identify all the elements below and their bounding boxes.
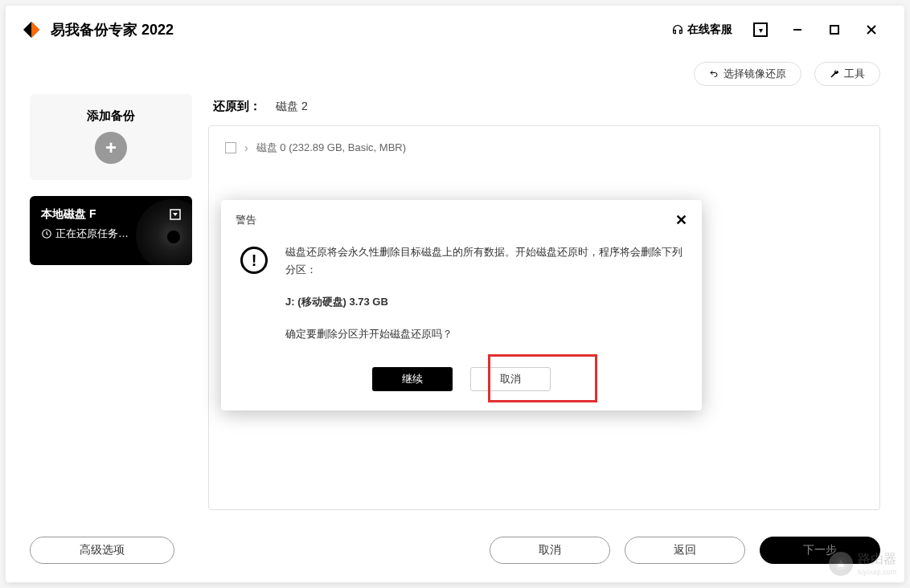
- app-logo-icon: [22, 20, 41, 39]
- dialog-cancel-button[interactable]: 取消: [470, 367, 551, 391]
- tools-button[interactable]: 工具: [814, 62, 880, 86]
- dropdown-icon: ▾: [753, 22, 768, 37]
- dialog-body: ! 磁盘还原将会永久性删除目标磁盘上的所有数据。开始磁盘还原时，程序将会删除下列…: [221, 239, 702, 349]
- dialog-text: 磁盘还原将会永久性删除目标磁盘上的所有数据。开始磁盘还原时，程序将会删除下列分区…: [285, 243, 682, 343]
- online-service-label: 在线客服: [687, 22, 732, 37]
- task-status-text: 正在还原任务…: [55, 227, 129, 241]
- wrench-icon: [830, 69, 839, 79]
- cancel-label: 取消: [539, 543, 561, 557]
- add-backup-label: 添加备份: [87, 108, 135, 124]
- restore-to-label: 还原到：: [213, 99, 261, 114]
- toolbar: 选择镜像还原 工具: [6, 54, 904, 94]
- restore-target-value: 磁盘 2: [276, 100, 308, 114]
- close-button[interactable]: [855, 14, 888, 46]
- chevron-right-icon[interactable]: ›: [244, 141, 248, 154]
- undo-icon: [709, 69, 719, 79]
- cancel-button[interactable]: 取消: [490, 537, 610, 564]
- backup-task-card[interactable]: 本地磁盘 F 正在还原任务…: [30, 196, 192, 265]
- dialog-close-button[interactable]: ✕: [675, 211, 687, 229]
- task-status: 正在还原任务…: [41, 227, 181, 241]
- dialog-partition: J: (移动硬盘) 3.73 GB: [285, 293, 682, 311]
- task-title: 本地磁盘 F: [41, 207, 96, 222]
- advanced-options-button[interactable]: 高级选项: [30, 537, 174, 564]
- checkbox[interactable]: [225, 142, 236, 153]
- svg-rect-3: [830, 26, 838, 34]
- add-backup-button[interactable]: +: [95, 132, 127, 164]
- dialog-title: 警告: [236, 213, 256, 227]
- dialog-buttons: 继续 取消: [221, 367, 702, 391]
- dialog-message-1: 磁盘还原将会永久性删除目标磁盘上的所有数据。开始磁盘还原时，程序将会删除下列分区…: [285, 243, 682, 279]
- warning-icon: !: [240, 247, 268, 274]
- tools-label: 工具: [844, 67, 865, 81]
- svg-marker-1: [31, 22, 39, 38]
- watermark-sub: luyouqi.com: [858, 568, 896, 576]
- title-left: 易我备份专家 2022: [22, 20, 174, 39]
- add-backup-card: 添加备份 +: [30, 94, 192, 180]
- watermark: 路由器 luyouqi.com: [829, 551, 896, 576]
- dropdown-button[interactable]: ▾: [744, 14, 777, 46]
- restore-header: 还原到： 磁盘 2: [208, 94, 880, 125]
- plus-icon: +: [105, 137, 117, 159]
- svg-rect-10: [838, 562, 844, 566]
- sidebar: 添加备份 + 本地磁盘 F 正在还原任务…: [30, 94, 192, 510]
- dialog-message-2: 确定要删除分区并开始磁盘还原吗？: [285, 325, 682, 343]
- maximize-button[interactable]: [818, 14, 851, 46]
- dialog-header: 警告 ✕: [221, 200, 702, 239]
- headset-icon: [671, 23, 684, 36]
- back-button[interactable]: 返回: [625, 537, 745, 564]
- online-service-button[interactable]: 在线客服: [671, 22, 732, 37]
- svg-point-11: [839, 560, 842, 562]
- app-title: 易我备份专家 2022: [51, 20, 174, 39]
- disk-label: 磁盘 0 (232.89 GB, Basic, MBR): [256, 141, 406, 155]
- warning-dialog: 警告 ✕ ! 磁盘还原将会永久性删除目标磁盘上的所有数据。开始磁盘还原时，程序将…: [221, 200, 702, 410]
- watermark-text: 路由器: [858, 551, 896, 568]
- minimize-button[interactable]: [781, 14, 814, 46]
- select-image-restore-label: 选择镜像还原: [723, 67, 786, 81]
- watermark-icon: [829, 552, 853, 576]
- title-right: 在线客服 ▾: [671, 14, 888, 46]
- continue-label: 继续: [402, 373, 423, 385]
- titlebar: 易我备份专家 2022 在线客服 ▾: [6, 6, 904, 54]
- back-label: 返回: [674, 543, 696, 557]
- svg-marker-7: [173, 213, 178, 216]
- clock-icon: [41, 228, 52, 239]
- footer: 高级选项 取消 返回 下一步: [6, 526, 904, 582]
- advanced-options-label: 高级选项: [80, 543, 125, 557]
- task-menu-icon[interactable]: [170, 209, 181, 220]
- app-window: 易我备份专家 2022 在线客服 ▾: [6, 6, 904, 582]
- disk-row-0[interactable]: › 磁盘 0 (232.89 GB, Basic, MBR): [225, 141, 863, 155]
- close-icon: ✕: [675, 212, 687, 228]
- continue-button[interactable]: 继续: [372, 367, 453, 391]
- dialog-cancel-label: 取消: [500, 373, 521, 385]
- select-image-restore-button[interactable]: 选择镜像还原: [694, 62, 801, 86]
